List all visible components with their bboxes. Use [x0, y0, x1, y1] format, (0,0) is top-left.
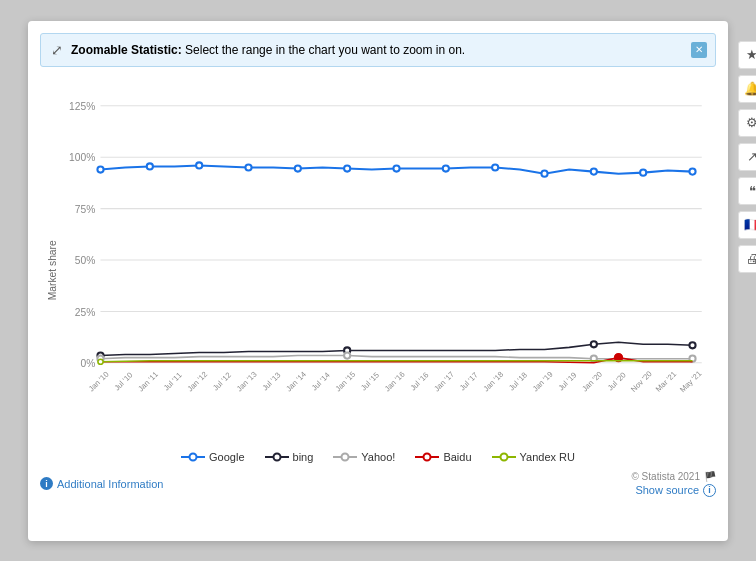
legend-baidu-label: Baidu [443, 451, 471, 463]
bing-dot [689, 342, 695, 348]
x-tick-1: Jul '10 [112, 370, 134, 392]
additional-info-link[interactable]: i Additional Information [40, 477, 163, 490]
info-circle-icon: i [703, 484, 716, 497]
y-tick-75: 75% [75, 203, 96, 214]
x-tick-7: Jul '13 [260, 370, 282, 392]
svg-point-13 [424, 453, 431, 460]
x-tick-17: Jul '18 [507, 370, 529, 392]
bing-dot [591, 341, 597, 347]
chart-footer: i Additional Information © Statista 2021… [40, 471, 716, 497]
y-tick-125: 125% [69, 100, 95, 111]
info-icon: i [40, 477, 53, 490]
chart-card: ★ 🔔 ⚙ ↗ ❝ 🇫🇷 🖨 ⤢ Zoomable Statistic: Sel… [28, 21, 728, 541]
google-dot [147, 163, 153, 169]
yahoo-dot [344, 352, 350, 358]
yandex-dot [98, 359, 103, 364]
x-tick-12: Jan '16 [383, 369, 407, 393]
banner-close-button[interactable]: ✕ [691, 42, 707, 58]
x-tick-13: Jul '16 [408, 370, 430, 392]
google-dot [344, 165, 350, 171]
share-icon[interactable]: ↗ [738, 143, 756, 171]
y-tick-100: 100% [69, 152, 95, 163]
gear-icon[interactable]: ⚙ [738, 109, 756, 137]
x-tick-16: Jan '18 [482, 369, 506, 393]
x-tick-8: Jan '14 [284, 369, 308, 393]
flag-icon[interactable]: 🇫🇷 [738, 211, 756, 239]
legend-yahoo: Yahoo! [333, 451, 395, 463]
legend-yahoo-label: Yahoo! [361, 451, 395, 463]
google-dot [443, 165, 449, 171]
x-tick-22: Nov '20 [629, 369, 654, 394]
copyright-text: © Statista 2021 🏴 [631, 471, 716, 482]
x-tick-0: Jan '10 [87, 369, 111, 393]
sidebar-icons: ★ 🔔 ⚙ ↗ ❝ 🇫🇷 🖨 [738, 41, 756, 273]
legend-bing-label: bing [293, 451, 314, 463]
x-tick-21: Jul '20 [606, 370, 628, 392]
quote-icon[interactable]: ❝ [738, 177, 756, 205]
legend-google-label: Google [209, 451, 244, 463]
x-tick-10: Jan '15 [334, 369, 358, 393]
legend-yandex-label: Yandex RU [520, 451, 575, 463]
google-dot [295, 165, 301, 171]
chart-area[interactable]: Market share 125% 100% 75% 50% 25% 0% Ja… [40, 75, 716, 445]
print-icon[interactable]: 🖨 [738, 245, 756, 273]
google-dot [640, 169, 646, 175]
x-tick-18: Jan '19 [531, 369, 555, 393]
y-tick-0: 0% [81, 357, 96, 368]
flag-small-icon: 🏴 [704, 471, 716, 482]
svg-point-11 [342, 453, 349, 460]
legend-yandex: Yandex RU [492, 451, 575, 463]
x-tick-3: Jul '11 [162, 370, 184, 392]
svg-point-7 [190, 453, 197, 460]
legend-bing: bing [265, 451, 314, 463]
zoom-icon: ⤢ [51, 42, 63, 58]
x-tick-9: Jul '14 [310, 370, 332, 392]
y-axis-label: Market share [47, 240, 58, 300]
x-tick-11: Jul '15 [359, 370, 381, 392]
x-tick-19: Jul '19 [556, 370, 578, 392]
google-dot [492, 164, 498, 170]
x-tick-24: May '21 [678, 368, 703, 393]
banner-description: Select the range in the chart you want t… [185, 43, 465, 57]
additional-info-text: Additional Information [57, 478, 163, 490]
svg-point-15 [500, 453, 507, 460]
copyright-label: © Statista 2021 [631, 471, 700, 482]
chart-svg: Market share 125% 100% 75% 50% 25% 0% Ja… [40, 75, 716, 445]
svg-point-9 [273, 453, 280, 460]
google-dot [541, 170, 547, 176]
chart-legend: Google bing Yahoo! Baidu [40, 451, 716, 463]
footer-right: © Statista 2021 🏴 Show source i [631, 471, 716, 497]
x-tick-14: Jan '17 [432, 369, 456, 393]
y-tick-25: 25% [75, 306, 96, 317]
legend-google: Google [181, 451, 244, 463]
x-tick-15: Jul '17 [458, 370, 480, 392]
x-tick-2: Jan '11 [136, 369, 160, 393]
zoom-banner: ⤢ Zoomable Statistic: Select the range i… [40, 33, 716, 67]
x-tick-6: Jan '13 [235, 369, 259, 393]
show-source-link[interactable]: Show source i [635, 484, 716, 497]
google-dot [196, 162, 202, 168]
legend-baidu: Baidu [415, 451, 471, 463]
google-dot [393, 165, 399, 171]
y-tick-50: 50% [75, 255, 96, 266]
x-tick-4: Jan '12 [186, 369, 210, 393]
bing-line [101, 342, 693, 355]
google-dot [689, 168, 695, 174]
yahoo-line [101, 355, 693, 358]
banner-text: Zoomable Statistic: Select the range in … [71, 43, 465, 57]
star-icon[interactable]: ★ [738, 41, 756, 69]
google-dot [97, 166, 103, 172]
x-tick-23: Mar '21 [654, 369, 678, 393]
x-tick-5: Jul '12 [211, 370, 233, 392]
show-source-text: Show source [635, 484, 699, 496]
google-dot [245, 164, 251, 170]
google-dot [591, 168, 597, 174]
banner-title: Zoomable Statistic: [71, 43, 182, 57]
bell-icon[interactable]: 🔔 [738, 75, 756, 103]
x-tick-20: Jan '20 [580, 369, 604, 393]
